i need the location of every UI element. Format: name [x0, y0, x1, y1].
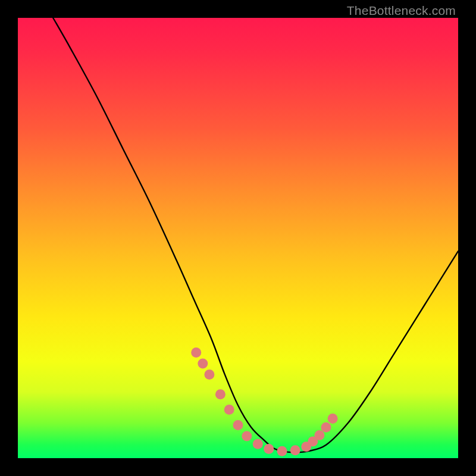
- marker-dot: [290, 445, 300, 455]
- chart-frame: TheBottleneck.com: [0, 0, 476, 476]
- marker-dot: [253, 439, 263, 449]
- marker-dot: [277, 446, 287, 456]
- marker-dot: [328, 414, 338, 424]
- marker-dot: [321, 422, 331, 433]
- curve-line: [53, 18, 458, 452]
- marker-dot: [264, 444, 274, 454]
- marker-dot: [204, 369, 214, 380]
- marker-dot: [314, 430, 324, 440]
- watermark-text: TheBottleneck.com: [347, 4, 456, 18]
- marker-dot: [233, 420, 243, 430]
- marker-dot: [242, 431, 252, 441]
- marker-dot: [224, 405, 234, 415]
- marker-dot: [198, 358, 208, 368]
- marker-dot: [191, 347, 201, 358]
- marker-dot: [215, 389, 226, 399]
- plot-area: [18, 18, 458, 458]
- plot-overlay: [18, 18, 458, 458]
